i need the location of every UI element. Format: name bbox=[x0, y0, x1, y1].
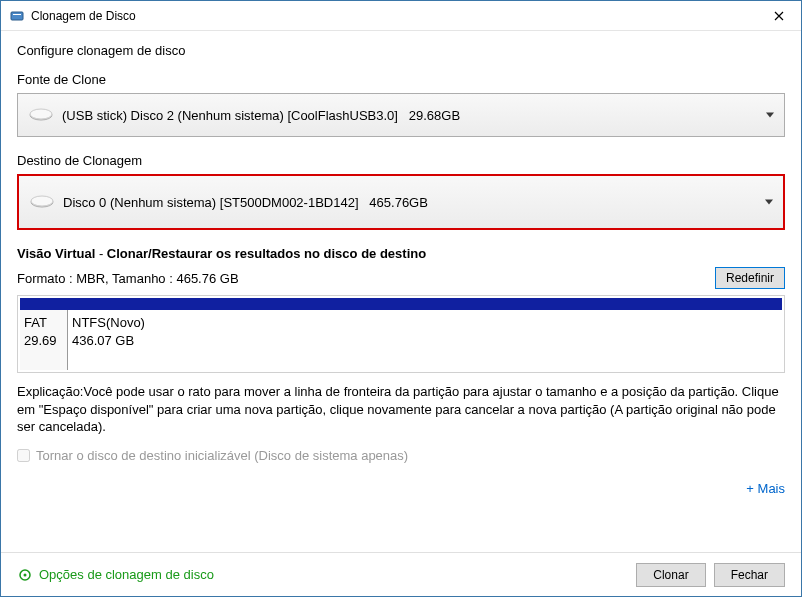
virtual-view-suffix: Clonar/Restaurar os resultados no disco … bbox=[107, 246, 426, 261]
gear-icon bbox=[17, 567, 33, 583]
close-footer-button[interactable]: Fechar bbox=[714, 563, 785, 587]
chevron-down-icon bbox=[765, 200, 773, 205]
source-text: (USB stick) Disco 2 (Nenhum sistema) [Co… bbox=[62, 108, 460, 123]
partition-ntfs[interactable]: NTFS(Novo) 436.07 GB bbox=[68, 310, 782, 370]
reset-button[interactable]: Redefinir bbox=[715, 267, 785, 289]
disk-icon bbox=[28, 106, 54, 124]
page-subtitle: Configure clonagem de disco bbox=[17, 43, 785, 58]
virtual-view-prefix: Visão Virtual bbox=[17, 246, 95, 261]
svg-point-3 bbox=[30, 109, 52, 119]
disk-icon bbox=[29, 193, 55, 211]
window-title: Clonagem de Disco bbox=[31, 9, 756, 23]
dest-text: Disco 0 (Nenhum sistema) [ST500DM002-1BD… bbox=[63, 195, 428, 210]
titlebar: Clonagem de Disco bbox=[1, 1, 801, 31]
source-dropdown[interactable]: (USB stick) Disco 2 (Nenhum sistema) [Co… bbox=[17, 93, 785, 137]
dest-dropdown[interactable]: Disco 0 (Nenhum sistema) [ST500DM002-1BD… bbox=[17, 174, 785, 230]
close-button[interactable] bbox=[756, 1, 801, 31]
chevron-down-icon bbox=[766, 113, 774, 118]
more-link[interactable]: + Mais bbox=[17, 481, 785, 496]
virtual-view-header: Visão Virtual - Clonar/Restaurar os resu… bbox=[17, 246, 785, 261]
bootable-checkbox-row: Tornar o disco de destino inicializável … bbox=[17, 448, 785, 463]
svg-point-5 bbox=[31, 196, 53, 206]
svg-point-7 bbox=[24, 573, 27, 576]
partition-header-bar bbox=[20, 298, 782, 310]
dest-label: Destino de Clonagem bbox=[17, 153, 785, 168]
app-icon bbox=[9, 8, 25, 24]
partition-fat[interactable]: FAT 29.69 bbox=[20, 310, 68, 370]
bootable-checkbox bbox=[17, 449, 30, 462]
clone-button[interactable]: Clonar bbox=[636, 563, 705, 587]
format-info: Formato : MBR, Tamanho : 465.76 GB bbox=[17, 271, 715, 286]
svg-rect-1 bbox=[13, 14, 21, 15]
source-label: Fonte de Clone bbox=[17, 72, 785, 87]
footer: Opções de clonagem de disco Clonar Fecha… bbox=[1, 552, 801, 596]
svg-rect-0 bbox=[11, 12, 23, 20]
explanation-text: Explicação:Você pode usar o rato para mo… bbox=[17, 383, 785, 436]
partition-layout[interactable]: FAT 29.69 NTFS(Novo) 436.07 GB bbox=[17, 295, 785, 373]
bootable-label: Tornar o disco de destino inicializável … bbox=[36, 448, 408, 463]
clone-options-link[interactable]: Opções de clonagem de disco bbox=[17, 567, 628, 583]
